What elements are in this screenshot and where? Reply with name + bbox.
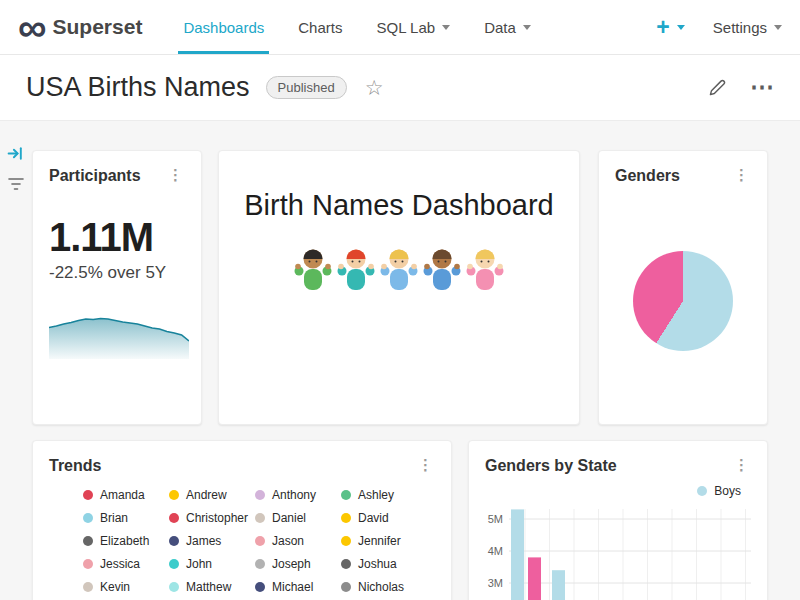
legend-item[interactable]: John xyxy=(169,557,255,571)
legend-item[interactable]: Anthony xyxy=(255,488,341,502)
published-badge[interactable]: Published xyxy=(266,76,347,99)
legend-dot xyxy=(83,559,93,569)
nav-label: Dashboards xyxy=(183,19,264,36)
card-head: Participants ⋮ xyxy=(49,167,185,185)
expand-filter-bar-icon[interactable] xyxy=(7,145,24,162)
card-head: Trends ⋮ xyxy=(49,457,435,475)
legend-label: Andrew xyxy=(186,488,227,502)
nav-item-dashboards[interactable]: Dashboards xyxy=(166,0,281,54)
legend-item[interactable]: Matthew xyxy=(169,580,255,594)
legend-label: Matthew xyxy=(186,580,231,594)
svg-text:4M: 4M xyxy=(488,545,503,557)
legend-label: Jennifer xyxy=(358,534,401,548)
legend-item[interactable]: Joshua xyxy=(341,557,427,571)
chart-title: Genders xyxy=(615,167,680,185)
plus-icon: + xyxy=(656,16,669,39)
superset-logo[interactable]: ∞ Superset xyxy=(18,0,142,54)
card-head: Genders by State ⋮ xyxy=(485,457,751,475)
legend-label: Nicholas xyxy=(358,580,404,594)
genders-by-state-card: Genders by State ⋮ Boys 5M4M3M xyxy=(468,440,768,600)
legend-item[interactable]: Andrew xyxy=(169,488,255,502)
child-figure xyxy=(294,246,332,292)
filter-icon[interactable] xyxy=(8,177,24,191)
dashboard-grid: Participants ⋮ 1.11M -22.5% over 5Y Birt… xyxy=(0,121,800,600)
legend-dot xyxy=(83,582,93,592)
legend-label: Daniel xyxy=(272,511,306,525)
legend-label: David xyxy=(358,511,389,525)
participants-sparkline-chart xyxy=(49,301,189,359)
legend-item[interactable]: Elizabeth xyxy=(83,534,169,548)
child-figure xyxy=(423,246,461,292)
nav-item-sql-lab[interactable]: SQL Lab xyxy=(359,0,467,54)
legend-item[interactable]: Kevin xyxy=(83,580,169,594)
legend-item[interactable]: David xyxy=(341,511,427,525)
nav-right: + Settings xyxy=(656,0,782,54)
nav-label: Data xyxy=(484,19,516,36)
legend-item[interactable]: Michael xyxy=(255,580,341,594)
new-item-button[interactable]: + xyxy=(656,16,684,39)
legend-dot xyxy=(255,582,265,592)
legend-item[interactable]: Nicholas xyxy=(341,580,427,594)
legend-dot xyxy=(83,536,93,546)
gbs-legend: Boys xyxy=(485,484,751,498)
legend-label: Joseph xyxy=(272,557,311,571)
nav-item-data[interactable]: Data xyxy=(467,0,548,54)
navbar: ∞ Superset Dashboards Charts SQL Lab Dat… xyxy=(0,0,800,55)
kebab-menu-icon[interactable]: ⋮ xyxy=(166,167,185,182)
page-title: USA Births Names xyxy=(26,72,250,103)
nav-item-charts[interactable]: Charts xyxy=(281,0,359,54)
settings-menu[interactable]: Settings xyxy=(713,19,782,36)
dashboard-heading: Birth Names Dashboard xyxy=(235,189,563,222)
more-options-icon[interactable]: ⋯ xyxy=(750,80,774,94)
dashboard-header: USA Births Names Published ☆ ⋯ xyxy=(0,55,800,121)
edit-pencil-icon[interactable] xyxy=(709,79,726,96)
legend-label: Amanda xyxy=(100,488,145,502)
chevron-down-icon xyxy=(523,25,531,30)
markdown-card: Birth Names Dashboard xyxy=(218,150,580,425)
legend-dot xyxy=(169,559,179,569)
svg-text:5M: 5M xyxy=(488,513,503,525)
legend-item[interactable]: Brian xyxy=(83,511,169,525)
legend-item[interactable]: Jennifer xyxy=(341,534,427,548)
chevron-down-icon xyxy=(442,25,450,30)
legend-dot xyxy=(341,582,351,592)
legend-dot xyxy=(697,486,707,496)
legend-label[interactable]: Boys xyxy=(714,484,741,498)
legend-item[interactable]: Amanda xyxy=(83,488,169,502)
legend-dot xyxy=(255,513,265,523)
favorite-star-icon[interactable]: ☆ xyxy=(365,76,384,100)
genders-pie-chart[interactable] xyxy=(633,251,733,351)
legend-item[interactable]: Daniel xyxy=(255,511,341,525)
legend-dot xyxy=(255,490,265,500)
filter-rail xyxy=(7,145,24,191)
legend-item[interactable]: Joseph xyxy=(255,557,341,571)
legend-dot xyxy=(341,559,351,569)
legend-dot xyxy=(169,513,179,523)
legend-item[interactable]: James xyxy=(169,534,255,548)
legend-label: Joshua xyxy=(358,557,397,571)
nav-menu: Dashboards Charts SQL Lab Data xyxy=(166,0,547,54)
kebab-menu-icon[interactable]: ⋮ xyxy=(732,167,751,182)
legend-dot xyxy=(169,490,179,500)
header-actions: ⋯ xyxy=(709,79,774,96)
card-head: Genders ⋮ xyxy=(615,167,751,185)
legend-item[interactable]: Christopher xyxy=(169,511,255,525)
legend-label: James xyxy=(186,534,221,548)
trends-legend: AmandaAndrewAnthonyAshleyBrianChristophe… xyxy=(49,488,435,600)
big-number-subtitle: -22.5% over 5Y xyxy=(49,263,185,283)
kebab-menu-icon[interactable]: ⋮ xyxy=(732,457,751,472)
nav-label: Charts xyxy=(298,19,342,36)
legend-label: John xyxy=(186,557,212,571)
legend-item[interactable]: Jason xyxy=(255,534,341,548)
legend-dot xyxy=(255,559,265,569)
legend-dot xyxy=(341,513,351,523)
legend-item[interactable]: Jessica xyxy=(83,557,169,571)
legend-label: Jessica xyxy=(100,557,140,571)
kebab-menu-icon[interactable]: ⋮ xyxy=(416,457,435,472)
legend-dot xyxy=(83,513,93,523)
legend-dot xyxy=(169,536,179,546)
chevron-down-icon xyxy=(774,25,782,30)
genders-by-state-chart[interactable]: 5M4M3M xyxy=(485,503,753,600)
legend-label: Anthony xyxy=(272,488,316,502)
legend-item[interactable]: Ashley xyxy=(341,488,427,502)
